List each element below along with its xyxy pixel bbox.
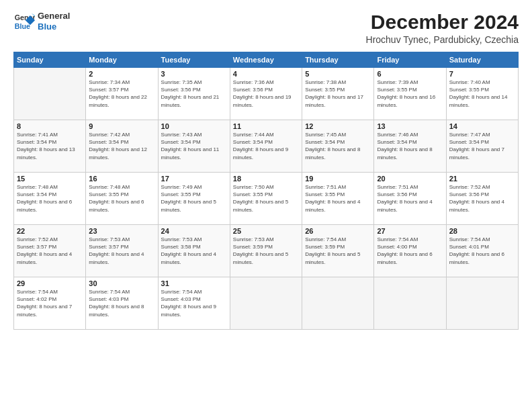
calendar-cell: 17 Sunrise: 7:49 AM Sunset: 3:55 PM Dayl… xyxy=(158,173,230,225)
calendar-cell: 5 Sunrise: 7:38 AM Sunset: 3:55 PM Dayli… xyxy=(302,68,374,120)
day-info: Sunrise: 7:51 AM Sunset: 3:56 PM Dayligh… xyxy=(377,183,443,214)
day-info: Sunrise: 7:34 AM Sunset: 3:57 PM Dayligh… xyxy=(89,79,154,109)
calendar-week-3: 15 Sunrise: 7:48 AM Sunset: 3:54 PM Dayl… xyxy=(14,173,519,225)
calendar-week-1: 2 Sunrise: 7:34 AM Sunset: 3:57 PM Dayli… xyxy=(14,68,519,120)
day-number: 2 xyxy=(89,70,154,78)
col-monday: Monday xyxy=(86,52,158,68)
calendar-cell: 20 Sunrise: 7:51 AM Sunset: 3:56 PM Dayl… xyxy=(374,173,446,225)
day-number: 19 xyxy=(305,175,371,183)
day-info: Sunrise: 7:50 AM Sunset: 3:55 PM Dayligh… xyxy=(233,183,299,214)
day-number: 25 xyxy=(233,227,299,235)
calendar-cell: 14 Sunrise: 7:47 AM Sunset: 3:54 PM Dayl… xyxy=(446,120,518,173)
day-info: Sunrise: 7:54 AM Sunset: 3:59 PM Dayligh… xyxy=(305,236,371,266)
day-number: 4 xyxy=(233,70,299,78)
day-info: Sunrise: 7:48 AM Sunset: 3:54 PM Dayligh… xyxy=(17,183,83,214)
day-info: Sunrise: 7:39 AM Sunset: 3:55 PM Dayligh… xyxy=(377,79,443,109)
calendar-cell xyxy=(302,277,374,330)
day-number: 11 xyxy=(233,122,299,130)
day-number: 24 xyxy=(161,227,227,235)
calendar-cell xyxy=(446,277,518,330)
day-number: 3 xyxy=(161,70,227,78)
day-info: Sunrise: 7:54 AM Sunset: 4:03 PM Dayligh… xyxy=(89,288,154,318)
calendar-cell: 12 Sunrise: 7:45 AM Sunset: 3:54 PM Dayl… xyxy=(302,120,374,173)
day-number: 7 xyxy=(449,70,515,78)
calendar-table: Sunday Monday Tuesday Wednesday Thursday… xyxy=(13,52,519,330)
day-number: 16 xyxy=(89,175,154,183)
main-title: December 2024 xyxy=(366,11,519,33)
col-friday: Friday xyxy=(374,52,446,68)
calendar-cell xyxy=(374,277,446,330)
col-thursday: Thursday xyxy=(302,52,374,68)
day-number: 17 xyxy=(161,175,227,183)
day-number: 21 xyxy=(449,175,515,183)
calendar-cell: 21 Sunrise: 7:52 AM Sunset: 3:56 PM Dayl… xyxy=(446,173,518,225)
day-info: Sunrise: 7:41 AM Sunset: 3:54 PM Dayligh… xyxy=(17,131,83,161)
calendar-cell: 6 Sunrise: 7:39 AM Sunset: 3:55 PM Dayli… xyxy=(374,68,446,120)
day-number: 15 xyxy=(17,175,83,183)
calendar-cell: 27 Sunrise: 7:54 AM Sunset: 4:00 PM Dayl… xyxy=(374,225,446,277)
day-info: Sunrise: 7:54 AM Sunset: 4:00 PM Dayligh… xyxy=(377,236,443,266)
day-number: 12 xyxy=(305,122,371,130)
calendar-week-4: 22 Sunrise: 7:52 AM Sunset: 3:57 PM Dayl… xyxy=(14,225,519,277)
day-number: 13 xyxy=(377,122,443,130)
calendar-cell: 28 Sunrise: 7:54 AM Sunset: 4:01 PM Dayl… xyxy=(446,225,518,277)
calendar-cell: 16 Sunrise: 7:48 AM Sunset: 3:55 PM Dayl… xyxy=(86,173,158,225)
calendar-cell: 4 Sunrise: 7:36 AM Sunset: 3:56 PM Dayli… xyxy=(230,68,302,120)
day-number: 27 xyxy=(377,227,443,235)
day-info: Sunrise: 7:49 AM Sunset: 3:55 PM Dayligh… xyxy=(161,183,227,214)
day-number: 26 xyxy=(305,227,371,235)
day-info: Sunrise: 7:51 AM Sunset: 3:55 PM Dayligh… xyxy=(305,183,371,214)
day-number: 30 xyxy=(89,279,154,287)
day-info: Sunrise: 7:54 AM Sunset: 4:03 PM Dayligh… xyxy=(161,288,227,318)
calendar-cell: 29 Sunrise: 7:54 AM Sunset: 4:02 PM Dayl… xyxy=(14,277,86,330)
day-number: 28 xyxy=(449,227,515,235)
day-info: Sunrise: 7:38 AM Sunset: 3:55 PM Dayligh… xyxy=(305,79,371,109)
page: General Blue General Blue December 2024 … xyxy=(0,0,532,411)
day-info: Sunrise: 7:48 AM Sunset: 3:55 PM Dayligh… xyxy=(89,183,154,214)
day-info: Sunrise: 7:53 AM Sunset: 3:58 PM Dayligh… xyxy=(161,236,227,266)
day-info: Sunrise: 7:35 AM Sunset: 3:56 PM Dayligh… xyxy=(161,79,227,109)
day-number: 22 xyxy=(17,227,83,235)
title-block: December 2024 Hrochuv Tynec, Pardubicky,… xyxy=(366,11,519,45)
col-tuesday: Tuesday xyxy=(158,52,230,68)
day-number: 5 xyxy=(305,70,371,78)
day-number: 14 xyxy=(449,122,515,130)
day-number: 20 xyxy=(377,175,443,183)
calendar-cell: 25 Sunrise: 7:53 AM Sunset: 3:59 PM Dayl… xyxy=(230,225,302,277)
calendar-cell: 15 Sunrise: 7:48 AM Sunset: 3:54 PM Dayl… xyxy=(14,173,86,225)
col-sunday: Sunday xyxy=(14,52,86,68)
day-number: 31 xyxy=(161,279,227,287)
svg-text:Blue: Blue xyxy=(15,22,30,30)
day-info: Sunrise: 7:53 AM Sunset: 3:57 PM Dayligh… xyxy=(89,236,154,266)
calendar-cell: 24 Sunrise: 7:53 AM Sunset: 3:58 PM Dayl… xyxy=(158,225,230,277)
calendar-cell: 3 Sunrise: 7:35 AM Sunset: 3:56 PM Dayli… xyxy=(158,68,230,120)
day-info: Sunrise: 7:36 AM Sunset: 3:56 PM Dayligh… xyxy=(233,79,299,109)
calendar-cell: 8 Sunrise: 7:41 AM Sunset: 3:54 PM Dayli… xyxy=(14,120,86,173)
day-info: Sunrise: 7:53 AM Sunset: 3:59 PM Dayligh… xyxy=(233,236,299,266)
calendar-week-5: 29 Sunrise: 7:54 AM Sunset: 4:02 PM Dayl… xyxy=(14,277,519,330)
header: General Blue General Blue December 2024 … xyxy=(13,11,519,45)
calendar-cell: 11 Sunrise: 7:44 AM Sunset: 3:54 PM Dayl… xyxy=(230,120,302,173)
day-info: Sunrise: 7:54 AM Sunset: 4:01 PM Dayligh… xyxy=(449,236,515,266)
calendar-cell: 30 Sunrise: 7:54 AM Sunset: 4:03 PM Dayl… xyxy=(86,277,158,330)
day-info: Sunrise: 7:40 AM Sunset: 3:55 PM Dayligh… xyxy=(449,79,515,109)
day-info: Sunrise: 7:54 AM Sunset: 4:02 PM Dayligh… xyxy=(17,288,83,318)
day-number: 23 xyxy=(89,227,154,235)
calendar-cell: 22 Sunrise: 7:52 AM Sunset: 3:57 PM Dayl… xyxy=(14,225,86,277)
header-row: Sunday Monday Tuesday Wednesday Thursday… xyxy=(14,52,519,68)
calendar-week-2: 8 Sunrise: 7:41 AM Sunset: 3:54 PM Dayli… xyxy=(14,120,519,173)
calendar-cell xyxy=(230,277,302,330)
subtitle: Hrochuv Tynec, Pardubicky, Czechia xyxy=(366,34,519,45)
day-number: 29 xyxy=(17,279,83,287)
calendar-cell: 18 Sunrise: 7:50 AM Sunset: 3:55 PM Dayl… xyxy=(230,173,302,225)
col-saturday: Saturday xyxy=(446,52,518,68)
day-info: Sunrise: 7:44 AM Sunset: 3:54 PM Dayligh… xyxy=(233,131,299,161)
day-info: Sunrise: 7:42 AM Sunset: 3:54 PM Dayligh… xyxy=(89,131,154,161)
day-info: Sunrise: 7:43 AM Sunset: 3:54 PM Dayligh… xyxy=(161,131,227,161)
calendar-cell: 19 Sunrise: 7:51 AM Sunset: 3:55 PM Dayl… xyxy=(302,173,374,225)
col-wednesday: Wednesday xyxy=(230,52,302,68)
calendar-cell: 10 Sunrise: 7:43 AM Sunset: 3:54 PM Dayl… xyxy=(158,120,230,173)
day-number: 9 xyxy=(89,122,154,130)
day-number: 8 xyxy=(17,122,83,130)
calendar-cell: 2 Sunrise: 7:34 AM Sunset: 3:57 PM Dayli… xyxy=(86,68,158,120)
